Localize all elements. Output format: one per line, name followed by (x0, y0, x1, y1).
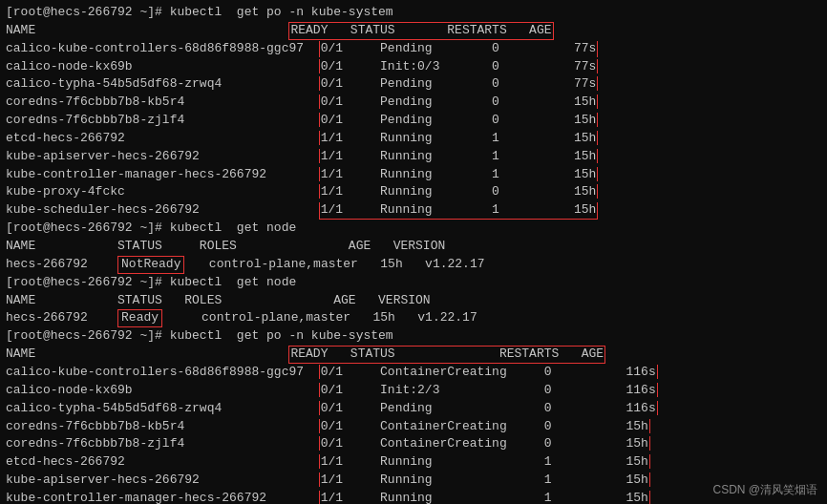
table1-row-10: kube-scheduler-hecs-266792 1/1 Running 1… (6, 201, 821, 220)
table1-row-2: calico-node-kx69b 0/1 Init:0/3 0 77s (6, 58, 821, 76)
table2-row-2: calico-node-kx69b 0/1 Init:2/3 0 116s (6, 382, 821, 400)
table2-row-3: calico-typha-54b5d5df68-zrwq4 0/1 Pendin… (6, 400, 821, 418)
node2-header: NAME STATUS ROLES AGE VERSION (6, 292, 821, 310)
table2-row-8: kube-controller-manager-hecs-266792 1/1 … (6, 490, 821, 504)
table1-row-8: kube-controller-manager-hecs-266792 1/1 … (6, 166, 821, 184)
watermark: CSDN @清风笑烟语 (712, 482, 817, 498)
cmd-line-2: [root@hecs-266792 ~]# kubectl get node (6, 220, 821, 238)
table2-row-1: calico-kube-controllers-68d86f8988-ggc97… (6, 364, 821, 382)
node2-row: hecs-266792 Ready control-plane,master 1… (6, 309, 821, 327)
table1-row-4: coredns-7f6cbbb7b8-kb5r4 0/1 Pending 0 1… (6, 94, 821, 112)
node1-row: hecs-266792 NotReady control-plane,maste… (6, 256, 821, 274)
table1-row-5: coredns-7f6cbbb7b8-zjlf4 0/1 Pending 0 1… (6, 112, 821, 130)
table1-row-1: calico-kube-controllers-68d86f8988-ggc97… (6, 40, 821, 58)
cmd-line-3: [root@hecs-266792 ~]# kubectl get node (6, 274, 821, 292)
cmd-line-4: [root@hecs-266792 ~]# kubectl get po -n … (6, 327, 821, 346)
table1-row-6: etcd-hecs-266792 1/1 Running 1 15h (6, 130, 821, 148)
table1-row-3: calico-typha-54b5d5df68-zrwq4 0/1 Pendin… (6, 75, 821, 94)
cmd-line-1: [root@hecs-266792 ~]# kubectl get po -n … (6, 4, 821, 22)
terminal: [root@hecs-266792 ~]# kubectl get po -n … (0, 0, 827, 504)
node1-header: NAME STATUS ROLES AGE VERSION (6, 238, 821, 256)
table1-row-7: kube-apiserver-hecs-266792 1/1 Running 1… (6, 148, 821, 166)
table2-row-4: coredns-7f6cbbb7b8-kb5r4 0/1 ContainerCr… (6, 418, 821, 436)
table2-row-6: etcd-hecs-266792 1/1 Running 1 15h (6, 453, 821, 472)
table2-header: NAME READY STATUS RESTARTS AGE (6, 346, 821, 364)
table1-header: NAME READY STATUS RESTARTS AGE (6, 22, 821, 40)
table1-row-9: kube-proxy-4fckc 1/1 Running 0 15h (6, 183, 821, 201)
table2-row-5: coredns-7f6cbbb7b8-zjlf4 0/1 ContainerCr… (6, 435, 821, 453)
table2-row-7: kube-apiserver-hecs-266792 1/1 Running 1… (6, 472, 821, 490)
prompt-1: [root@hecs-266792 ~]# kubectl get po -n … (6, 5, 393, 19)
